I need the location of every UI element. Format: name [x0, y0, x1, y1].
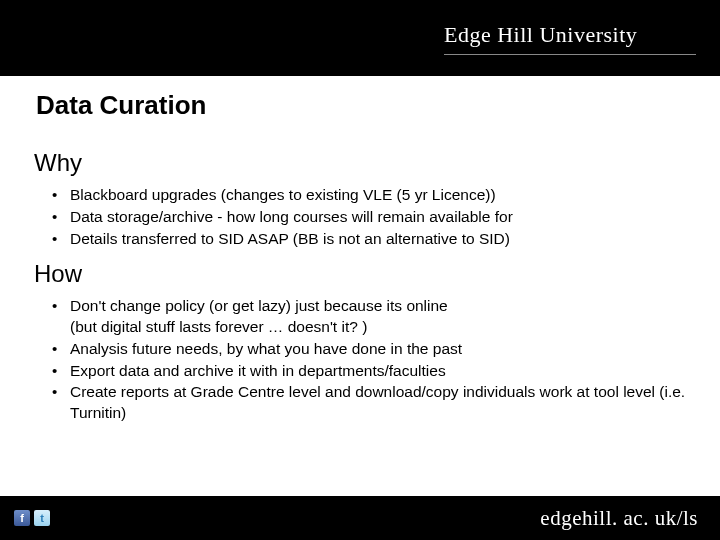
- section-heading-how: How: [34, 260, 690, 288]
- slide-content: Data Curation Why Blackboard upgrades (c…: [0, 76, 720, 496]
- university-brand: Edge Hill University: [444, 22, 696, 55]
- header-bar: Edge Hill University: [0, 0, 720, 76]
- social-icons: f t: [14, 510, 50, 526]
- list-item: Details transferred to SID ASAP (BB is n…: [52, 229, 690, 250]
- slide-title: Data Curation: [36, 90, 690, 121]
- why-list: Blackboard upgrades (changes to existing…: [36, 185, 690, 250]
- twitter-icon[interactable]: t: [34, 510, 50, 526]
- footer-bar: f t edgehill. ac. uk/ls: [0, 496, 720, 540]
- list-item: Data storage/archive - how long courses …: [52, 207, 690, 228]
- list-item: Blackboard upgrades (changes to existing…: [52, 185, 690, 206]
- list-item: Don't change policy (or get lazy) just b…: [52, 296, 690, 338]
- how-list: Don't change policy (or get lazy) just b…: [36, 296, 690, 425]
- section-heading-why: Why: [34, 149, 690, 177]
- list-item: Analysis future needs, by what you have …: [52, 339, 690, 360]
- footer-url: edgehill. ac. uk/ls: [540, 506, 698, 531]
- list-item: Create reports at Grade Centre level and…: [52, 382, 690, 424]
- list-item: Export data and archive it with in depar…: [52, 361, 690, 382]
- facebook-icon[interactable]: f: [14, 510, 30, 526]
